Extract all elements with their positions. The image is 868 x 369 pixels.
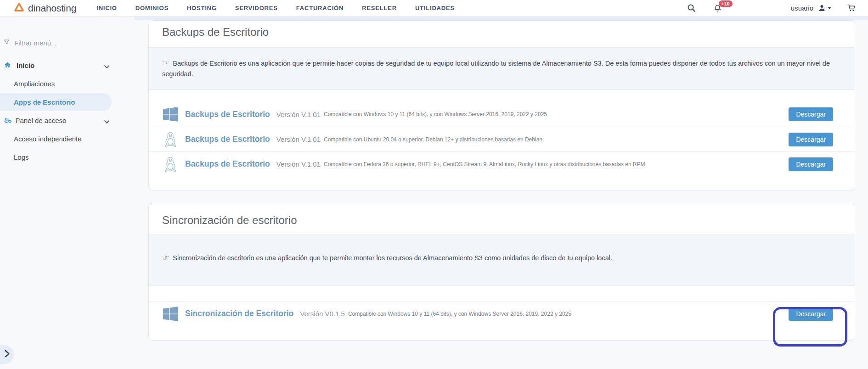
backups-description-band: ☞Backups de Escritorio es una aplicación…: [149, 47, 855, 90]
descargar-button-highlighted[interactable]: Descargar: [789, 307, 833, 321]
notification-count-badge: +10: [719, 0, 733, 7]
compatibility-label: Compatible con Fedora 36 o superior, RHE…: [324, 161, 647, 168]
notifications-bell-icon[interactable]: +10: [713, 4, 722, 13]
chevron-down-icon[interactable]: [104, 117, 110, 125]
windows-icon: [162, 107, 179, 122]
sidebar-item-label: Ampliaciones: [14, 80, 55, 88]
nav-utilidades[interactable]: UTILIDADES: [415, 5, 455, 11]
topbar-right-group: +10 usuario: [687, 4, 856, 13]
sidebar-item-acceso-independiente[interactable]: Acceso independiente: [0, 129, 135, 148]
chevron-down-icon[interactable]: [104, 62, 110, 70]
search-icon[interactable]: [687, 4, 696, 12]
top-navigation-bar: dinahosting INICIO DOMINIOS HOSTING SERV…: [0, 0, 868, 17]
version-label: Versión V0.1.5: [300, 310, 345, 318]
nav-facturacion[interactable]: FACTURACIÓN: [296, 5, 344, 11]
sincronizacion-description: Sincronización de escritorio es una apli…: [173, 254, 612, 262]
app-download-link[interactable]: Backups de Escritorio: [185, 110, 270, 119]
home-icon: [4, 61, 11, 70]
download-row-windows-sync: Sincronización de Escritorio Versión V0.…: [149, 301, 855, 326]
main-content: Backups de Escritorio ☞Backups de Escrit…: [135, 17, 868, 369]
descargar-button[interactable]: Descargar: [789, 107, 833, 121]
chevron-right-icon: [5, 350, 10, 359]
sidebar: Inicio Ampliaciones Apps de Escritorio ⚙…: [0, 17, 135, 369]
windows-icon: [162, 307, 179, 321]
chevron-down-icon: [828, 7, 831, 9]
main-nav: INICIO DOMINIOS HOSTING SERVIDORES FACTU…: [96, 5, 455, 11]
nav-inicio[interactable]: INICIO: [96, 5, 117, 11]
page-title: Backups de Escritorio: [162, 23, 841, 41]
hand-pointing-icon: ☞: [162, 59, 169, 67]
sidebar-item-inicio[interactable]: Inicio: [0, 56, 135, 74]
compatibility-label: Compatible con Windows 10 y 11 (64 bits)…: [324, 111, 547, 117]
sincronizacion-description-band: ☞Sincronización de escritorio es una apl…: [149, 235, 855, 286]
sincronizacion-card: Sincronización de escritorio ☞Sincroniza…: [148, 203, 855, 341]
filter-funnel-icon: [4, 39, 10, 47]
sidebar-item-apps-de-escritorio[interactable]: Apps de Escritorio: [0, 93, 112, 111]
sidebar-filter[interactable]: [0, 36, 135, 50]
compatibility-label: Compatible con Windows 10 y 11 (64 bits)…: [348, 311, 571, 317]
sidebar-item-ampliaciones[interactable]: Ampliaciones: [0, 74, 135, 93]
sidebar-item-label: Panel de acceso: [15, 117, 66, 124]
sidebar-item-panel-de-acceso[interactable]: ⚙⚙ Panel de acceso: [0, 111, 135, 129]
app-download-link[interactable]: Backups de Escritorio: [185, 134, 270, 144]
backups-description: Backups de Escritorio es una aplicación …: [162, 60, 830, 78]
compatibility-label: Compatible con Ubuntu 20.04 o superior, …: [324, 136, 544, 143]
app-download-link[interactable]: Backups de Escritorio: [185, 159, 270, 169]
cart-icon[interactable]: [847, 4, 856, 12]
brand-logo[interactable]: dinahosting: [14, 2, 76, 14]
nav-reseller[interactable]: RESELLER: [362, 5, 397, 11]
page-top-strip: [135, 17, 868, 20]
nav-hosting[interactable]: HOSTING: [187, 5, 217, 11]
sidebar-item-label: Logs: [14, 153, 29, 161]
version-label: Versión V.1.01: [276, 135, 321, 143]
linux-tux-icon: [162, 156, 179, 173]
version-label: Versión V.1.01: [276, 160, 321, 168]
download-row-linux-deb: Backups de Escritorio Versión V.1.01 Com…: [149, 127, 855, 151]
brand-name: dinahosting: [28, 3, 76, 14]
username-label[interactable]: usuario: [791, 4, 813, 12]
sidebar-item-label: Apps de Escritorio: [14, 98, 75, 106]
app-download-link[interactable]: Sincronización de Escritorio: [185, 309, 293, 319]
section-title: Sincronización de escritorio: [162, 212, 841, 229]
backups-card: Backups de Escritorio ☞Backups de Escrit…: [148, 20, 855, 190]
download-row-linux-rpm: Backups de Escritorio Versión V.1.01 Com…: [149, 151, 855, 176]
descargar-button[interactable]: Descargar: [789, 157, 833, 171]
version-label: Versión V.1.01: [276, 111, 321, 118]
download-row-windows: Backups de Escritorio Versión V.1.01 Com…: [149, 102, 855, 127]
nav-servidores[interactable]: SERVIDORES: [235, 5, 278, 11]
sidebar-item-label: Inicio: [17, 62, 34, 69]
filter-menu-input[interactable]: [14, 39, 106, 47]
descargar-button[interactable]: Descargar: [789, 133, 833, 146]
gears-icon: ⚙⚙: [4, 117, 10, 124]
nav-dominios[interactable]: DOMINIOS: [135, 5, 169, 11]
linux-tux-icon: [162, 131, 179, 148]
sidebar-item-label: Acceso independiente: [14, 135, 82, 143]
user-account-icon[interactable]: [818, 4, 831, 12]
dinahosting-triangle-icon: [14, 2, 24, 14]
sidebar-item-logs[interactable]: Logs: [0, 148, 135, 166]
hand-pointing-icon: ☞: [162, 253, 169, 262]
